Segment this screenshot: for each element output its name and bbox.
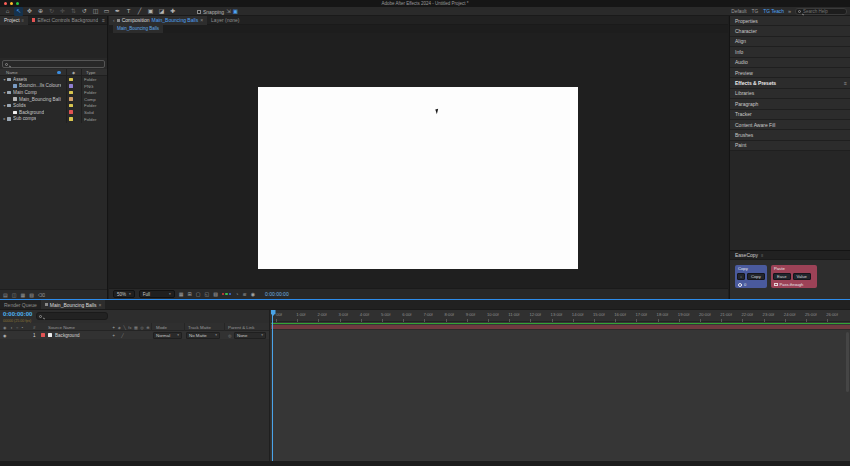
pickwhip-icon[interactable]: ◎ xyxy=(228,333,232,338)
passthrough-checkbox[interactable] xyxy=(774,283,778,287)
project-item[interactable]: ▾SolidsFolder xyxy=(0,102,107,109)
time-ruler[interactable]: :00f1:00f2:00f3:00f4:00f5:00f6:00f7:00f8… xyxy=(271,310,850,322)
panel-effects-presets[interactable]: Effects & Presets≡ xyxy=(730,78,850,88)
exposure-icon[interactable]: ◔ xyxy=(235,291,238,297)
project-item[interactable]: Bouncin...lls Colours.pngPNG xyxy=(0,83,107,90)
column-mode-label[interactable]: Mode xyxy=(156,325,167,330)
panel-paint[interactable]: Paint xyxy=(730,141,850,151)
layer-fx-icon[interactable]: ╱ xyxy=(121,333,123,338)
paste-ease-button[interactable]: Ease xyxy=(773,273,791,280)
3d-layer-icon[interactable]: ⊕ xyxy=(146,325,149,330)
project-item[interactable]: Main_Bouncing BallsComp xyxy=(0,96,107,103)
label-color-swatch[interactable] xyxy=(69,117,73,121)
panel-group-menu-icon[interactable]: ≡ xyxy=(102,17,105,23)
region-of-interest-icon[interactable]: ◱ xyxy=(204,291,209,297)
project-item[interactable]: ▾AssetsFolder xyxy=(0,76,107,83)
vertical-scrollbar[interactable] xyxy=(846,332,849,392)
label-color-swatch[interactable] xyxy=(69,97,73,101)
tab-project[interactable]: Project ≡ xyxy=(0,16,28,25)
composition-viewer[interactable] xyxy=(109,33,728,288)
current-timecode[interactable]: 0:00:00:00 xyxy=(3,311,32,317)
column-name-label[interactable]: Name xyxy=(6,70,18,75)
tab-composition[interactable]: ‹ Composition Main_Bouncing Balls × xyxy=(109,16,207,25)
close-tab-icon[interactable]: × xyxy=(200,17,203,23)
rgb-channels-icon[interactable] xyxy=(222,293,232,296)
project-item[interactable]: ▸Sub compsFolder xyxy=(0,116,107,123)
panel-info[interactable]: Info xyxy=(730,47,850,57)
project-item[interactable]: BackgroundSolid xyxy=(0,109,107,116)
layer-name[interactable]: Background xyxy=(55,333,80,338)
viewer-timecode[interactable]: 0:00:00:00 xyxy=(265,291,289,297)
tab-timeline-comp[interactable]: Main_Bouncing Balls × xyxy=(41,300,106,309)
solo-column-icon[interactable]: ○ xyxy=(16,325,18,330)
panel-content-aware-fill[interactable]: Content Aware Fill xyxy=(730,120,850,130)
layer-row[interactable]: ◉ 1 Background ✦╱ Normal ▾ No Matte ▾ ◎ … xyxy=(0,331,269,339)
always-preview-icon[interactable]: ▦ xyxy=(179,291,184,297)
tab-layer[interactable]: Layer (none) xyxy=(207,16,243,25)
copy-value[interactable]: 0 xyxy=(744,282,746,287)
panel-menu-icon[interactable]: ≡ xyxy=(761,253,763,258)
copy-options-button[interactable]: ▫ xyxy=(737,273,745,280)
column-trkmat-label[interactable]: Track Matte xyxy=(188,325,211,330)
easecopy-tab[interactable]: EaseCopy ≡ xyxy=(730,251,850,260)
panel-audio[interactable]: Audio xyxy=(730,58,850,68)
mask-visibility-icon[interactable]: ▢ xyxy=(196,291,201,297)
new-folder-icon[interactable]: ▦ xyxy=(20,292,25,298)
comp-canvas[interactable] xyxy=(258,87,578,269)
track-matte-select[interactable]: No Matte ▾ xyxy=(186,332,220,339)
new-composition-icon[interactable]: ▧ xyxy=(29,292,34,298)
layer-label-color[interactable] xyxy=(41,333,45,337)
paste-value-button[interactable]: Value xyxy=(793,273,811,280)
snapshot-camera-icon[interactable]: ◉ xyxy=(251,291,255,297)
snapping-checkbox[interactable] xyxy=(197,10,201,14)
column-parent-label[interactable]: Parent & Link xyxy=(228,325,254,330)
blend-mode-select[interactable]: Normal ▾ xyxy=(153,332,182,339)
tab-render-queue[interactable]: Render Queue xyxy=(0,300,41,309)
delete-item-icon[interactable]: ⌫ xyxy=(38,292,45,298)
filter-dot-icon[interactable] xyxy=(57,71,61,75)
column-type-label[interactable]: Type xyxy=(86,70,96,75)
panel-properties[interactable]: Properties xyxy=(730,16,850,26)
label-color-swatch[interactable] xyxy=(69,84,73,88)
back-chevron-icon[interactable]: ‹ xyxy=(113,17,115,23)
panel-menu-icon[interactable]: ≡ xyxy=(844,80,847,86)
column-source-label[interactable]: Source Name xyxy=(48,325,75,330)
collapse-transformations-icon[interactable]: ◈ xyxy=(118,325,121,330)
fast-preview-icon[interactable]: ≋ xyxy=(242,291,246,297)
panel-character[interactable]: Character xyxy=(730,26,850,36)
label-color-swatch[interactable] xyxy=(69,78,73,82)
label-color-swatch[interactable] xyxy=(69,110,73,114)
viewer-comp-tab[interactable]: Main_Bouncing Balls xyxy=(113,25,163,33)
shy-icon[interactable]: ✦ xyxy=(112,325,115,330)
transparency-grid-icon[interactable]: ▨ xyxy=(213,291,218,297)
workspace-default[interactable]: Default xyxy=(731,9,746,14)
workspace-tg[interactable]: TG xyxy=(752,9,759,14)
frame-blend-icon[interactable]: ▦ xyxy=(134,325,138,330)
tab-effect-controls[interactable]: Effect Controls Background xyxy=(28,16,98,25)
video-column-icon[interactable]: ◉ xyxy=(3,325,7,330)
parent-select[interactable]: None ▾ xyxy=(234,332,266,339)
panel-align[interactable]: Align xyxy=(730,37,850,47)
workspace-tg-teach[interactable]: TG Teach xyxy=(763,9,784,14)
copy-ease-button[interactable]: Copy xyxy=(747,273,765,280)
interpret-footage-icon[interactable]: ▤ xyxy=(3,292,8,298)
timeline-search-box[interactable] xyxy=(36,312,108,320)
panel-libraries[interactable]: Libraries xyxy=(730,89,850,99)
motion-blur-icon[interactable]: ◎ xyxy=(140,325,144,330)
help-search-input[interactable] xyxy=(803,9,847,14)
panel-brushes[interactable]: Brushes xyxy=(730,130,850,140)
grid-guides-icon[interactable]: ⊞ xyxy=(188,291,192,297)
panel-paragraph[interactable]: Paragraph xyxy=(730,99,850,109)
panel-menu-icon[interactable]: ≡ xyxy=(22,18,24,23)
magnification-select[interactable]: 50% ▾ xyxy=(113,290,135,298)
timeline-track-area[interactable]: :00f1:00f2:00f3:00f4:00f5:00f6:00f7:00f8… xyxy=(271,310,850,461)
resolution-select[interactable]: Full ▾ xyxy=(139,290,175,298)
layer-quality-icon[interactable]: ✦ xyxy=(112,333,115,338)
create-proxy-icon[interactable]: ◫ xyxy=(12,292,17,298)
audio-column-icon[interactable]: ◖ xyxy=(10,325,12,330)
layer-visibility-eye-icon[interactable]: ◉ xyxy=(3,333,7,338)
project-item[interactable]: ▾Main CompFolder xyxy=(0,89,107,96)
workspace-overflow-icon[interactable]: » xyxy=(788,7,791,16)
panel-preview[interactable]: Preview xyxy=(730,68,850,78)
label-column-icon[interactable]: ◆ xyxy=(72,70,75,75)
